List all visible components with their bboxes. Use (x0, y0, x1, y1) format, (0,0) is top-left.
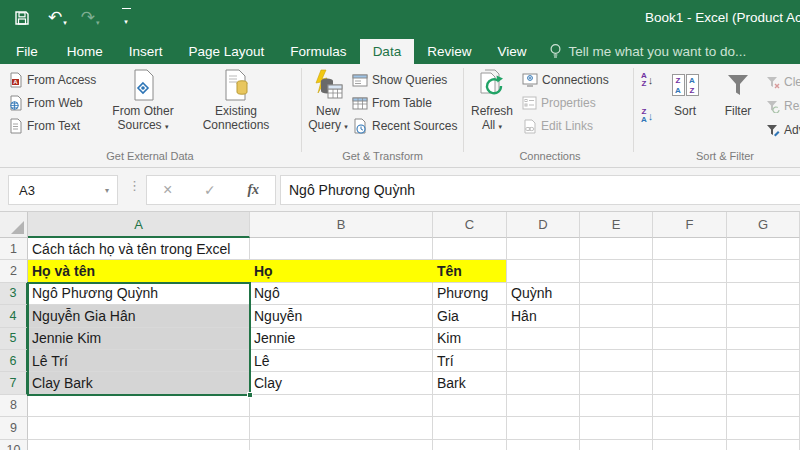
cell-E6[interactable] (580, 350, 653, 372)
cell-F9[interactable] (653, 417, 727, 439)
cell-C4[interactable]: Gia (433, 305, 507, 327)
row-header-4[interactable]: 4 (0, 305, 28, 327)
tab-data[interactable]: Data (360, 39, 415, 64)
from-web-button[interactable]: From Web (8, 93, 83, 113)
cell-G9[interactable] (727, 417, 800, 439)
cell-D5[interactable] (507, 328, 580, 350)
undo-dropdown-icon[interactable]: ▾ (63, 19, 67, 27)
row-header-8[interactable]: 8 (0, 395, 28, 417)
tab-insert[interactable]: Insert (116, 39, 176, 64)
sort-button[interactable]: ZA AZ Sort (664, 68, 706, 118)
cell-D6[interactable] (507, 350, 580, 372)
cell-G8[interactable] (727, 395, 800, 417)
sort-descending-button[interactable]: ZA ↓ (641, 108, 653, 124)
cell-A1[interactable]: Cách tách họ và tên trong Excel (28, 238, 250, 260)
cell-D10[interactable] (507, 440, 580, 450)
refresh-all-button[interactable]: Refresh All ▾ (468, 68, 516, 134)
row-header-7[interactable]: 7 (0, 372, 28, 394)
from-text-button[interactable]: From Text (8, 116, 80, 136)
row-header-3[interactable]: 3 (0, 283, 28, 305)
cancel-icon[interactable]: × (163, 181, 172, 199)
cell-E7[interactable] (580, 372, 653, 394)
cell-G3[interactable] (727, 283, 800, 305)
cell-A10[interactable] (28, 440, 250, 450)
cell-E10[interactable] (580, 440, 653, 450)
row-header-9[interactable]: 9 (0, 417, 28, 439)
cell-C6[interactable]: Trí (433, 350, 507, 372)
save-button[interactable] (14, 10, 30, 26)
cell-G4[interactable] (727, 305, 800, 327)
tab-formulas[interactable]: Formulas (277, 39, 359, 64)
cell-G7[interactable] (727, 372, 800, 394)
cell-D8[interactable] (507, 395, 580, 417)
row-header-10[interactable]: 10 (0, 440, 28, 450)
recent-sources-button[interactable]: Recent Sources (352, 116, 457, 136)
cell-E8[interactable] (580, 395, 653, 417)
cell-G5[interactable] (727, 328, 800, 350)
undo-button[interactable]: ↶▾ (48, 9, 67, 27)
column-header-G[interactable]: G (727, 212, 800, 238)
cell-B8[interactable] (250, 395, 433, 417)
row-header-1[interactable]: 1 (0, 238, 28, 260)
cell-E5[interactable] (580, 328, 653, 350)
from-access-button[interactable]: A From Access (8, 70, 96, 90)
show-queries-button[interactable]: Show Queries (352, 70, 447, 90)
row-header-2[interactable]: 2 (0, 260, 28, 282)
cell-C10[interactable] (433, 440, 507, 450)
cell-A3[interactable]: Ngô Phương Quỳnh (28, 283, 250, 305)
cell-C3[interactable]: Phương (433, 283, 507, 305)
row-header-6[interactable]: 6 (0, 350, 28, 372)
name-box[interactable]: A3 ▾ (8, 175, 118, 205)
cell-B2[interactable]: Họ (250, 260, 433, 282)
cell-D3[interactable]: Quỳnh (507, 283, 580, 305)
cell-C5[interactable]: Kim (433, 328, 507, 350)
cell-B3[interactable]: Ngô (250, 283, 433, 305)
column-header-D[interactable]: D (507, 212, 580, 238)
cell-B9[interactable] (250, 417, 433, 439)
cell-G2[interactable] (727, 260, 800, 282)
tab-home[interactable]: Home (54, 39, 116, 64)
cell-G1[interactable] (727, 238, 800, 260)
cell-D9[interactable] (507, 417, 580, 439)
cell-B10[interactable] (250, 440, 433, 450)
cell-C8[interactable] (433, 395, 507, 417)
insert-function-icon[interactable]: fx (247, 182, 259, 198)
name-box-dropdown-icon[interactable]: ▾ (105, 186, 117, 195)
tell-me-box[interactable]: Tell me what you want to do... (549, 38, 746, 64)
tab-file[interactable]: File (0, 39, 54, 64)
cell-B7[interactable]: Clay (250, 372, 433, 394)
row-header-5[interactable]: 5 (0, 328, 28, 350)
enter-icon[interactable]: ✓ (204, 182, 216, 198)
cell-F10[interactable] (653, 440, 727, 450)
tab-review[interactable]: Review (414, 39, 484, 64)
tab-page-layout[interactable]: Page Layout (176, 39, 278, 64)
column-header-A[interactable]: A (28, 212, 250, 238)
cell-A4[interactable]: Nguyễn Gia Hân (28, 305, 250, 327)
cell-B1[interactable] (250, 238, 433, 260)
cell-D7[interactable] (507, 372, 580, 394)
cell-F3[interactable] (653, 283, 727, 305)
new-query-button[interactable]: New Query ▾ (306, 68, 350, 134)
cell-D2[interactable] (507, 260, 580, 282)
advanced-filter-button[interactable]: Advanced (766, 120, 800, 140)
cell-C1[interactable] (433, 238, 507, 260)
cell-C9[interactable] (433, 417, 507, 439)
cell-B5[interactable]: Jennie (250, 328, 433, 350)
cell-D4[interactable]: Hân (507, 305, 580, 327)
cell-G6[interactable] (727, 350, 800, 372)
cell-F1[interactable] (653, 238, 727, 260)
cell-F5[interactable] (653, 328, 727, 350)
cell-A9[interactable] (28, 417, 250, 439)
cell-E4[interactable] (580, 305, 653, 327)
formula-input[interactable]: Ngô Phương Quỳnh (280, 175, 800, 205)
column-header-E[interactable]: E (580, 212, 653, 238)
cell-D1[interactable] (507, 238, 580, 260)
sort-ascending-button[interactable]: AZ ↓ (641, 72, 653, 88)
formula-bar-resize-handle[interactable]: ⋮ (128, 178, 141, 193)
select-all-button[interactable] (0, 212, 28, 238)
cell-E1[interactable] (580, 238, 653, 260)
cell-C2[interactable]: Tên (433, 260, 507, 282)
cell-C7[interactable]: Bark (433, 372, 507, 394)
column-header-C[interactable]: C (433, 212, 507, 238)
customize-quick-access-toolbar-button[interactable]: ▾ (122, 8, 131, 28)
